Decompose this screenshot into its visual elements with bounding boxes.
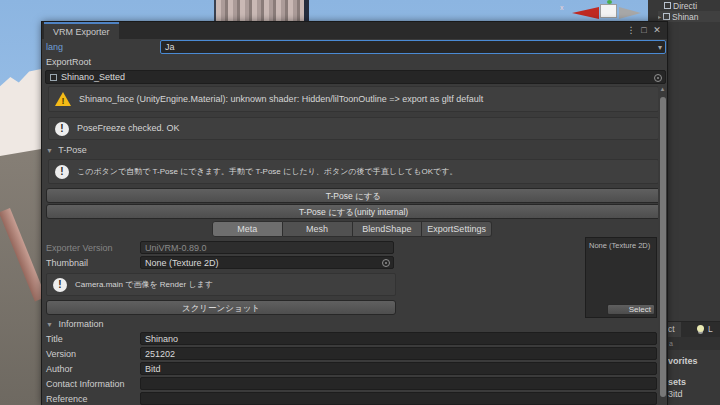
author-field[interactable]: Bitd	[140, 362, 657, 375]
chevron-down-icon: ▾	[658, 42, 662, 54]
tpose-help-text: このボタンで自動で T-Pose にできます。手動で T-Pose にしたり、ボ…	[77, 167, 457, 177]
lang-label: lang	[46, 42, 63, 52]
tab-blendshape[interactable]: BlendShape	[353, 221, 423, 237]
thumbnail-object-field[interactable]: None (Texture 2D)	[140, 256, 394, 269]
foldout-arrow-icon: ▼	[46, 321, 53, 328]
info-icon: !	[53, 278, 67, 292]
tpose-help-helpbox: ! このボタンで自動で T-Pose にできます。手動で T-Pose にしたり…	[48, 159, 659, 184]
tab-mesh[interactable]: Mesh	[283, 221, 353, 237]
close-icon[interactable]: ✕	[651, 24, 663, 37]
hierarchy-item-directional[interactable]: Directi	[664, 0, 720, 11]
shader-warning-text: Shinano_face (UnityEngine.Material): unk…	[79, 94, 483, 105]
gizmo-center-cube-icon[interactable]	[600, 4, 617, 18]
warning-icon: !	[55, 92, 71, 106]
tpose-internal-button[interactable]: T-Pose にする(unity internal)	[46, 204, 661, 219]
window-titlebar[interactable]: VRM Exporter ⋮ □ ✕	[42, 22, 667, 39]
reference-label: Reference	[46, 394, 88, 404]
hierarchy-item-shinano[interactable]: ▸ Shinan	[658, 11, 720, 22]
thumbnail-preview-box: None (Texture 2D) Select	[585, 237, 657, 318]
exporter-version-label: Exporter Version	[46, 243, 113, 253]
contact-information-field[interactable]	[140, 377, 657, 390]
shader-warning-helpbox: ! Shinano_face (UnityEngine.Material): u…	[48, 86, 659, 112]
object-picker-icon[interactable]	[382, 259, 390, 267]
information-foldout[interactable]: ▼ Information	[46, 319, 103, 329]
exportroot-object-field[interactable]: Shinano_Setted	[45, 70, 666, 84]
info-icon: !	[55, 122, 69, 136]
screenshot-button[interactable]: スクリーンショット	[46, 300, 396, 315]
posefreeze-text: PoseFreeze checked. OK	[77, 123, 180, 134]
lightbulb-icon	[697, 325, 704, 332]
tpose-section-label: T-Pose	[58, 145, 87, 155]
gameobject-cube-icon	[663, 13, 670, 20]
unity-editor: x Directi ▸ Shinan ct L a vorites sets 3…	[0, 0, 720, 405]
gizmo-x-label: x	[560, 4, 564, 11]
posefreeze-helpbox: ! PoseFreeze checked. OK	[48, 117, 659, 140]
project-folder-bitd[interactable]: 3itd	[668, 389, 683, 399]
preview-placeholder: None (Texture 2D)	[589, 241, 650, 250]
maximize-icon[interactable]: □	[638, 24, 650, 37]
info-icon: !	[55, 165, 69, 179]
lang-value: Ja	[165, 42, 175, 52]
gameobject-cube-icon	[50, 74, 57, 81]
tpose-button[interactable]: T-Pose にする	[46, 188, 661, 203]
scene-floor	[0, 148, 47, 405]
tab-project[interactable]: ct	[667, 322, 681, 337]
title-field[interactable]: Shinano	[140, 332, 657, 345]
vrm-exporter-window: VRM Exporter ⋮ □ ✕ lang Ja ▾ ExportRoot …	[42, 22, 667, 405]
window-title-tab[interactable]: VRM Exporter	[44, 22, 119, 39]
project-assets[interactable]: sets	[668, 377, 686, 387]
exportroot-label: ExportRoot	[46, 57, 91, 67]
select-button[interactable]: Select	[607, 304, 655, 315]
exportroot-value: Shinano_Setted	[61, 72, 125, 82]
window-scrollbar[interactable]: ▲	[658, 85, 667, 405]
hierarchy-item-label: Shinan	[672, 12, 698, 22]
information-section-label: Information	[58, 319, 103, 329]
camera-helpbox: ! Camera.main で画像を Render します	[46, 273, 396, 296]
tab-exportsettings[interactable]: ExportSettings	[422, 221, 492, 237]
contact-information-label: Contact Information	[46, 379, 125, 389]
gizmo-y-tip-icon[interactable]	[607, 0, 612, 4]
tpose-foldout[interactable]: ▼ T-Pose	[46, 145, 87, 155]
character-hair	[214, 0, 309, 22]
hierarchy-item-label: Directi	[673, 1, 697, 11]
version-label: Version	[46, 349, 76, 359]
thumbnail-value: None (Texture 2D)	[145, 258, 219, 268]
project-toolbar[interactable]: a	[667, 337, 720, 350]
author-label: Author	[46, 364, 73, 374]
exporter-version-field: UniVRM-0.89.0	[140, 241, 394, 254]
lang-dropdown[interactable]: Ja ▾	[160, 40, 666, 54]
scrollbar-thumb[interactable]	[660, 97, 666, 397]
foldout-arrow-icon: ▼	[46, 147, 53, 154]
version-field[interactable]: 251202	[140, 347, 657, 360]
tab-lighting[interactable]: L	[708, 322, 713, 337]
gameobject-cube-icon	[664, 2, 671, 9]
gizmo-z-arrow-icon[interactable]	[619, 7, 641, 19]
scroll-up-arrow-icon[interactable]: ▲	[658, 86, 667, 92]
exporter-tab-strip: Meta Mesh BlendShape ExportSettings	[212, 221, 492, 237]
project-panel: ct L a vorites sets 3itd	[667, 321, 720, 405]
title-label: Title	[46, 334, 63, 344]
project-favorites[interactable]: vorites	[668, 356, 698, 366]
thumbnail-label: Thumbnail	[46, 258, 88, 268]
object-picker-icon[interactable]	[654, 74, 662, 82]
reference-field[interactable]	[140, 392, 657, 405]
tab-meta[interactable]: Meta	[212, 221, 283, 237]
gizmo-x-arrow-icon[interactable]	[572, 7, 599, 19]
window-menu-icon[interactable]: ⋮	[625, 24, 637, 37]
expand-arrow-icon[interactable]: ▸	[658, 13, 661, 20]
project-tab-strip: ct L	[667, 322, 720, 337]
camera-help-text: Camera.main で画像を Render します	[75, 280, 213, 290]
